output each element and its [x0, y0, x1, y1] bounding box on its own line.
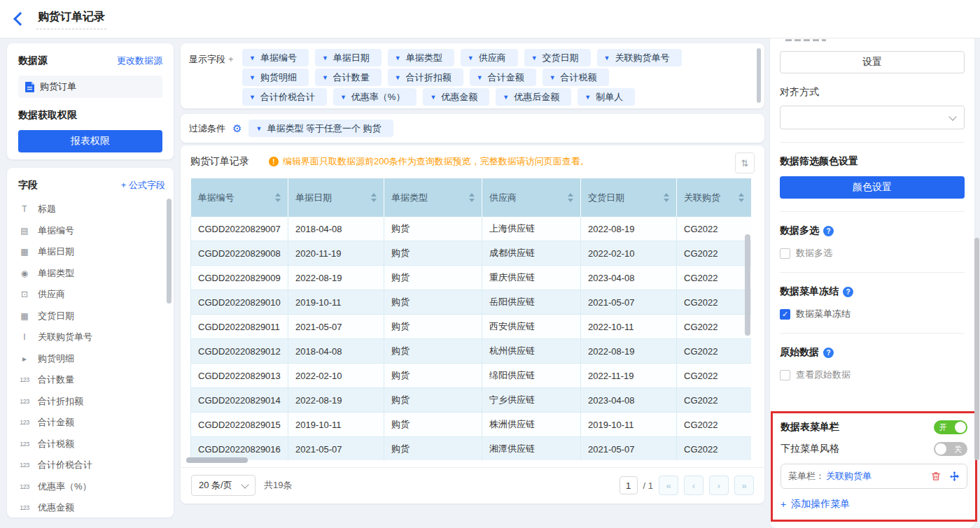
filter-condition-tag[interactable]: ▼单据类型 等于任意一个 购货: [248, 120, 393, 137]
field-item[interactable]: 123 合计价税合计: [18, 455, 165, 476]
plus-icon: +: [780, 499, 786, 510]
field-item[interactable]: 123 合计税额: [18, 434, 165, 455]
fields-scrollbar[interactable]: [167, 199, 172, 304]
column-header[interactable]: 单据编号: [191, 178, 288, 217]
field-item[interactable]: ⊡ 供应商: [18, 284, 165, 306]
field-item[interactable]: 123 合计数量: [18, 369, 165, 391]
display-field-tag[interactable]: ▼交货日期: [524, 49, 591, 66]
multi-select-checkbox[interactable]: [780, 248, 790, 259]
last-page-button[interactable]: »: [734, 476, 754, 495]
raw-data-title: 原始数据 ?: [780, 346, 965, 359]
display-field-tag[interactable]: ▼合计价税合计: [242, 88, 327, 106]
trash-icon[interactable]: [931, 471, 941, 481]
field-item[interactable]: 123 优惠率（%）: [18, 476, 165, 498]
first-page-button[interactable]: «: [659, 476, 678, 495]
field-item[interactable]: T 标题: [18, 199, 165, 220]
change-datasource-link[interactable]: 更改数据源: [117, 55, 162, 67]
setup-button[interactable]: 设置: [780, 51, 965, 73]
divider: [780, 142, 965, 143]
sort-icon: ⇅: [741, 158, 749, 169]
move-icon[interactable]: [949, 471, 960, 482]
cell-type: 购货: [384, 241, 482, 266]
menubar-toggle-on[interactable]: 开: [934, 420, 967, 434]
sort-order-button[interactable]: ⇅: [735, 152, 755, 173]
table-row: CGDD20220829015 2019-10-11 购货 株洲供应链 2019…: [191, 413, 752, 437]
field-item[interactable]: 123 合计金额: [18, 412, 165, 434]
display-fields-label: 显示字段+: [189, 49, 242, 103]
field-item[interactable]: I 关联购货单号: [18, 327, 165, 348]
column-header[interactable]: 交货日期: [581, 178, 677, 217]
sort-carets-icon[interactable]: [275, 193, 281, 202]
datasource-item[interactable]: 购货订单: [18, 76, 162, 98]
display-field-tag[interactable]: ▼单据类型: [388, 49, 454, 66]
gear-icon[interactable]: ⚙: [232, 122, 241, 135]
display-field-tag[interactable]: ▼制单人: [578, 88, 635, 106]
sort-carets-icon[interactable]: [738, 193, 744, 202]
display-field-tag[interactable]: ▼合计税额: [542, 69, 609, 86]
display-field-tag[interactable]: ▼关联购货单号: [597, 49, 682, 66]
display-field-tag[interactable]: ▼合计数量: [315, 69, 382, 86]
display-field-tag[interactable]: ▼供应商: [461, 49, 518, 66]
page-number-input[interactable]: [620, 476, 638, 494]
menu-freeze-checkbox[interactable]: ✓: [780, 309, 790, 320]
cell-linked-order: CG2022: [677, 315, 752, 339]
field-item[interactable]: ▤ 单据编号: [18, 220, 165, 242]
display-field-tag[interactable]: ▼优惠后金额: [496, 88, 571, 106]
select-field-icon: ⊡: [18, 290, 31, 299]
display-field-tag[interactable]: ▼单据编号: [242, 49, 309, 66]
display-field-tag[interactable]: ▼优惠金额: [423, 88, 489, 106]
datasource-title: 数据源: [18, 55, 48, 67]
display-field-tag[interactable]: ▼合计折扣额: [388, 69, 463, 86]
display-field-tags: ▼单据编号 ▼单据日期 ▼单据类型 ▼供应商 ▼交货日期 ▼关联购货单号 ▼购货…: [242, 49, 682, 103]
field-item[interactable]: ▸ 购货明细: [18, 348, 165, 370]
field-item[interactable]: ▦ 单据日期: [18, 241, 165, 263]
sort-carets-icon[interactable]: [371, 193, 377, 202]
display-field-tag[interactable]: ▼购货明细: [242, 69, 309, 86]
field-item[interactable]: ▦ 交货日期: [18, 306, 165, 327]
raw-data-checkbox[interactable]: [780, 370, 790, 380]
sort-carets-icon[interactable]: [469, 193, 475, 202]
cell-date: 2019-10-11: [288, 413, 384, 437]
add-action-menu-link[interactable]: + 添加操作菜单: [780, 498, 967, 511]
raw-data-option: 查看原始数据: [780, 369, 965, 381]
column-header[interactable]: 单据日期: [288, 178, 384, 217]
caret-down-icon: ▼: [249, 55, 255, 62]
table-horizontal-scrollbar[interactable]: [186, 457, 248, 463]
sort-carets-icon[interactable]: [568, 193, 573, 202]
display-field-tag[interactable]: ▼合计金额: [470, 69, 536, 86]
field-item[interactable]: 123 优惠金额: [18, 497, 165, 518]
prev-page-button[interactable]: ‹: [684, 476, 704, 495]
add-formula-field-link[interactable]: + 公式字段: [121, 179, 165, 192]
color-settings-button[interactable]: 颜色设置: [780, 176, 965, 199]
caret-down-icon: ▼: [249, 74, 255, 81]
field-label: 交货日期: [38, 310, 74, 322]
table-title: 购货订单记录: [190, 155, 249, 168]
report-perm-button[interactable]: 报表权限: [18, 130, 162, 152]
last-page-icon: »: [741, 480, 746, 491]
field-item[interactable]: 123 合计折扣额: [18, 391, 165, 413]
menubar-title: 数据表菜单栏: [780, 421, 839, 434]
page-size-select[interactable]: 20 条/页: [191, 475, 255, 496]
align-select[interactable]: [780, 106, 965, 129]
sort-carets-icon[interactable]: [664, 193, 669, 202]
column-header[interactable]: 单据类型: [384, 178, 482, 217]
display-field-tag[interactable]: ▼单据日期: [315, 49, 382, 66]
page-scrollbar[interactable]: [974, 238, 979, 460]
field-label: 关联购货单号: [38, 331, 92, 343]
column-header[interactable]: 供应商: [482, 178, 581, 217]
cell-date: 2022-08-19: [288, 266, 384, 290]
display-field-tag[interactable]: ▼优惠率（%）: [333, 88, 416, 106]
help-icon[interactable]: ?: [843, 287, 853, 297]
table-vertical-scrollbar[interactable]: [745, 234, 750, 336]
cell-supplier: 株洲供应链: [482, 413, 581, 437]
back-icon[interactable]: [13, 12, 27, 26]
help-icon[interactable]: ?: [823, 226, 834, 236]
tags-scrollbar[interactable]: [757, 48, 761, 103]
column-header[interactable]: 关联购货: [677, 178, 752, 217]
add-display-field-icon[interactable]: +: [228, 54, 234, 64]
help-icon[interactable]: ?: [823, 348, 834, 358]
next-page-button[interactable]: ›: [709, 476, 729, 495]
menubar-item-value[interactable]: 关联购货单: [826, 470, 923, 483]
dropdown-style-toggle-off[interactable]: 关: [934, 442, 967, 456]
field-item[interactable]: ◉ 单据类型: [18, 263, 165, 285]
